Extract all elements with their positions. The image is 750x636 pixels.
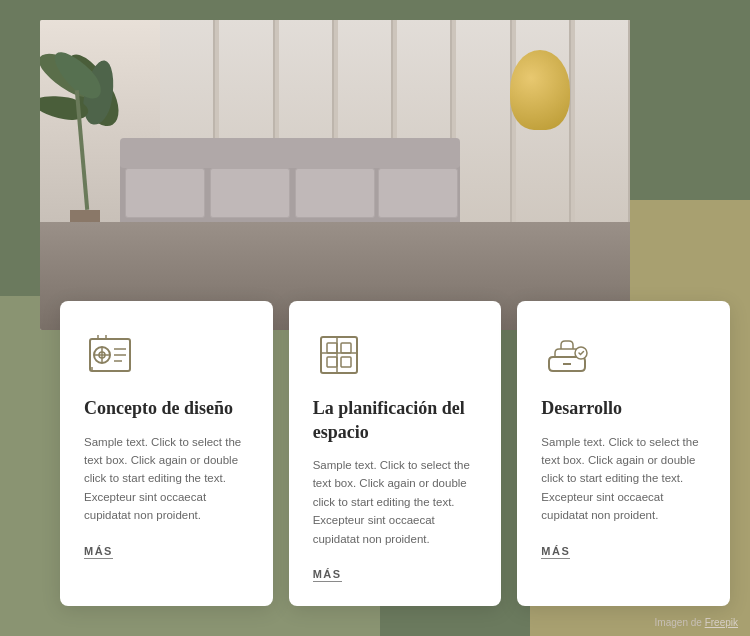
sofa-cushion [378, 168, 458, 218]
card-development-text: Sample text. Click to select the text bo… [541, 433, 706, 525]
svg-rect-3 [321, 337, 357, 373]
design-concept-icon [84, 329, 136, 381]
sofa-back [120, 138, 460, 168]
sofa-cushion [210, 168, 290, 218]
card-design-concept-title: Concepto de diseño [84, 397, 249, 420]
room-background [40, 20, 630, 330]
design-concept-svg [86, 331, 134, 379]
svg-rect-6 [327, 357, 337, 367]
card-development-title: Desarrollo [541, 397, 706, 420]
plant-leaves [45, 30, 125, 160]
card-space-planning-title: La planificación del espacio [313, 397, 478, 444]
sofa-cushion [125, 168, 205, 218]
card-design-concept-text: Sample text. Click to select the text bo… [84, 433, 249, 525]
card-development-link[interactable]: MÁS [541, 545, 570, 559]
image-credit: Imagen de Freepik [655, 617, 738, 628]
card-design-concept-link[interactable]: MÁS [84, 545, 113, 559]
space-planning-icon [313, 329, 365, 381]
svg-rect-4 [327, 343, 337, 353]
wall-panel [456, 20, 511, 253]
wall-panel [575, 20, 630, 253]
card-space-planning: La planificación del espacio Sample text… [289, 301, 502, 606]
decorative-sphere [510, 50, 570, 130]
card-design-concept: Concepto de diseño Sample text. Click to… [60, 301, 273, 606]
space-planning-svg [315, 331, 363, 379]
development-icon [541, 329, 593, 381]
card-space-planning-link[interactable]: MÁS [313, 568, 342, 582]
development-svg [543, 331, 591, 379]
svg-rect-7 [341, 357, 351, 367]
page-wrapper: Concepto de diseño Sample text. Click to… [0, 0, 750, 636]
card-space-planning-text: Sample text. Click to select the text bo… [313, 456, 478, 548]
card-development: Desarrollo Sample text. Click to select … [517, 301, 730, 606]
image-credit-link[interactable]: Freepik [705, 617, 738, 628]
svg-rect-5 [341, 343, 351, 353]
image-credit-text: Imagen de [655, 617, 702, 628]
plant [45, 30, 125, 230]
sofa-cushion [295, 168, 375, 218]
cards-container: Concepto de diseño Sample text. Click to… [60, 301, 730, 606]
hero-image [40, 20, 630, 330]
